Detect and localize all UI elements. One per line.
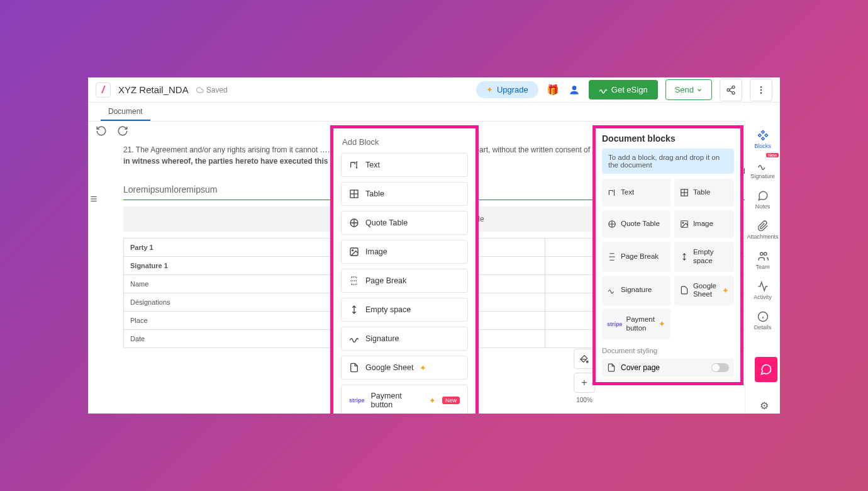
user-icon[interactable] [567, 83, 581, 97]
grid-quote-table[interactable]: Quote Table [602, 210, 670, 238]
svg-point-5 [760, 89, 762, 91]
tab-team[interactable]: Team [745, 245, 780, 275]
chat-icon [760, 363, 772, 376]
sparkle-icon: ✦ [659, 319, 665, 329]
svg-point-1 [732, 86, 735, 88]
svg-point-2 [727, 89, 730, 91]
svg-point-24 [760, 252, 763, 256]
fill-button[interactable] [574, 349, 595, 369]
settings-gear-icon[interactable]: ⚙ [760, 400, 769, 412]
block-table[interactable]: Table [341, 182, 468, 206]
sparkle-icon: ✦ [429, 396, 436, 405]
svg-point-6 [760, 92, 762, 94]
esign-button[interactable]: Get eSign [589, 80, 658, 99]
add-block-popup: Add Block Text Table Quote Table Image P… [330, 125, 479, 414]
google-sheet-icon [679, 285, 689, 295]
doc-title: XYZ Retail_NDA [118, 84, 189, 95]
grid-empty-space[interactable]: Empty space [674, 242, 734, 272]
page-break-icon [607, 252, 617, 262]
block-page-break[interactable]: Page Break [341, 269, 468, 293]
list-icon[interactable] [89, 195, 98, 203]
styling-label: Document styling [602, 347, 734, 354]
empty-space-icon [679, 252, 689, 262]
tab-document[interactable]: Document [101, 103, 150, 121]
share-button[interactable] [720, 79, 742, 101]
stripe-icon: stripe [349, 397, 365, 404]
tab-blocks[interactable]: Blocks [745, 124, 780, 154]
signature-icon [349, 334, 359, 344]
quote-table-icon [607, 219, 617, 229]
chat-fab[interactable] [755, 357, 777, 382]
block-text[interactable]: Text [341, 153, 468, 177]
new-badge: New [442, 397, 460, 404]
header-bar: / XYZ Retail_NDA Saved ✦ Upgrade 🎁 Get e… [88, 77, 780, 103]
grid-payment-button[interactable]: stripePayment button✦ [602, 309, 670, 339]
table-icon [679, 188, 689, 198]
grid-text[interactable]: Text [602, 179, 670, 206]
svg-point-4 [760, 86, 762, 88]
cloud-icon [196, 86, 204, 94]
tab-attachments[interactable]: Attachments [745, 215, 780, 245]
block-quote-table[interactable]: Quote Table [341, 211, 468, 235]
page-break-icon [349, 276, 359, 286]
block-image[interactable]: Image [341, 240, 468, 264]
tab-notes[interactable]: Notes [745, 184, 780, 215]
redo-button[interactable] [117, 125, 128, 137]
share-icon [726, 85, 736, 95]
sparkle-icon: ✦ [486, 85, 493, 94]
quote-table-icon [349, 218, 359, 228]
sparkle-icon: ✦ [420, 363, 426, 373]
send-button[interactable]: Send [665, 79, 712, 100]
new-badge: New [766, 153, 779, 157]
panel-title: Document blocks [602, 133, 734, 144]
empty-space-icon [349, 305, 359, 315]
text-icon [349, 160, 359, 170]
add-block-title: Add Block [341, 133, 468, 153]
block-google-sheet[interactable]: Google Sheet✦ [341, 356, 468, 380]
image-icon [679, 219, 689, 229]
block-signature[interactable]: Signature [341, 327, 468, 351]
grid-table[interactable]: Table [674, 179, 734, 206]
grid-image[interactable]: Image [674, 210, 734, 238]
gift-icon[interactable]: 🎁 [546, 83, 560, 97]
image-icon [349, 247, 359, 257]
tabs-row: Document [88, 103, 780, 121]
tab-details[interactable]: Details [745, 305, 780, 336]
saved-label: Saved [196, 86, 228, 94]
text-icon [607, 188, 617, 198]
chevron-down-icon [696, 87, 703, 93]
sparkle-icon: ✦ [722, 286, 729, 295]
grid-page-break[interactable]: Page Break [602, 242, 670, 272]
google-sheet-icon [349, 363, 359, 373]
upgrade-button[interactable]: ✦ Upgrade [476, 81, 538, 98]
svg-point-29 [586, 361, 588, 363]
page-icon [607, 363, 616, 372]
grid-google-sheet[interactable]: Google Sheet✦ [674, 276, 734, 306]
undo-button[interactable] [96, 125, 107, 137]
more-options-button[interactable] [750, 79, 772, 101]
grid-signature[interactable]: Signature [602, 276, 670, 306]
svg-point-25 [764, 252, 767, 256]
zoom-level: 100% [576, 397, 593, 404]
table-icon [349, 189, 359, 199]
block-grid: Text Table Quote Table Image Page Break … [602, 179, 734, 339]
kebab-icon [756, 85, 766, 95]
svg-point-0 [572, 86, 576, 90]
add-button[interactable]: + [574, 373, 595, 393]
block-empty-space[interactable]: Empty space [341, 298, 468, 322]
svg-point-3 [732, 91, 735, 94]
tab-signature[interactable]: NewSignature [745, 154, 780, 184]
block-payment-button[interactable]: stripePayment button✦New [341, 385, 468, 414]
float-actions: + 100% [574, 349, 595, 404]
svg-point-23 [682, 222, 684, 223]
stripe-icon: stripe [607, 321, 623, 327]
doc-icon: / [96, 82, 111, 98]
toggle-switch[interactable] [711, 363, 729, 372]
svg-point-17 [352, 250, 353, 251]
squiggle-icon [599, 86, 608, 94]
panel-hint: To add a block, drag and drop it on the … [602, 149, 734, 174]
tab-activity[interactable]: Activity [745, 275, 780, 305]
cover-page-toggle[interactable]: Cover page [602, 358, 734, 377]
signature-icon [607, 285, 617, 295]
app-window: / XYZ Retail_NDA Saved ✦ Upgrade 🎁 Get e… [88, 77, 780, 414]
